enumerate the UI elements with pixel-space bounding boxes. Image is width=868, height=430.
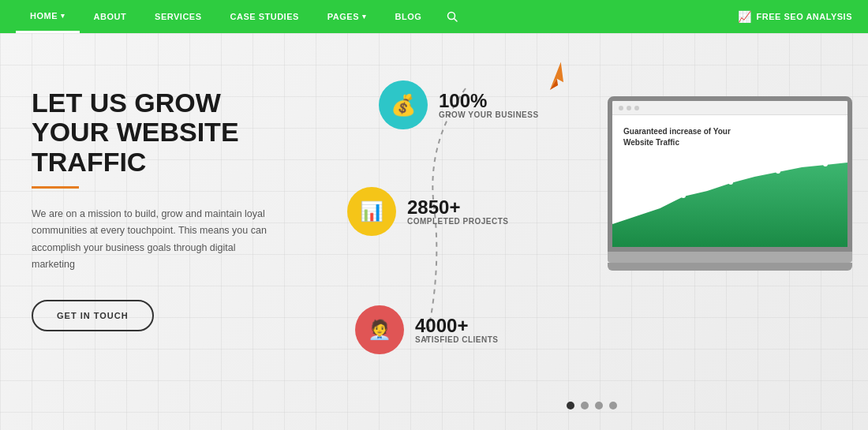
svg-line-1 [455,19,458,22]
navbar: HOME ▾ ABOUT SERVICES CASE STUDIES PAGES… [0,0,868,33]
nav-label-case-studies: CASE STUDIES [230,12,299,21]
search-icon [447,11,458,22]
chart-area [612,160,847,247]
person-icon: 🧑‍💼 [368,319,391,341]
hero-description: We are on a mission to build, grow and m… [32,206,268,273]
laptop-mockup: Guaranteed increase of YourWebsite Traff… [608,96,852,271]
dot-2[interactable] [581,402,589,409]
dot-3[interactable] [595,402,603,409]
nav-item-blog[interactable]: BLOG [381,0,436,33]
main-section: LET US GROW YOUR WEBSITE TRAFFIC We are … [0,33,868,430]
free-seo-cta[interactable]: 📈 FREE SEO ANALYSIS [738,10,852,23]
stat-label-3: SATISFIED CLIENTS [415,335,499,344]
nav-left: HOME ▾ ABOUT SERVICES CASE STUDIES PAGES… [16,0,469,33]
chart-icon: 📈 [738,10,752,23]
nav-item-pages[interactable]: PAGES ▾ [313,0,381,33]
laptop-base [608,252,852,263]
stat-number-1: 100% [439,92,539,110]
browser-bar [612,101,847,115]
nav-label-blog: BLOG [395,12,422,21]
svg-marker-3 [547,79,560,90]
paper-plane-icon [541,62,572,93]
browser-dot-1 [619,106,623,110]
carousel-dots [567,402,617,409]
nav-item-home[interactable]: HOME ▾ [16,0,80,33]
stat-label-1: Grow your business [439,110,539,119]
browser-dot-3 [634,106,639,110]
nav-label-home: HOME [30,11,58,21]
dot-4[interactable] [609,402,617,409]
search-button[interactable] [436,0,469,33]
stat-text-3: 4000+ SATISFIED CLIENTS [415,316,499,344]
nav-item-case-studies[interactable]: CASE STUDIES [216,0,313,33]
stat-number-2: 2850+ [407,198,508,217]
stat-text-1: 100% Grow your business [439,92,539,119]
stat-circle-3: 🧑‍💼 [355,305,404,354]
hero-right: 💰 100% Grow your business 📊 2850+ COMPLE… [316,33,868,430]
money-icon: 💰 [391,93,416,118]
stat-item-1: 💰 100% Grow your business [379,80,539,129]
chart-bar-icon: 📊 [360,200,383,222]
screen-label: Guaranteed increase of YourWebsite Traff… [623,126,731,148]
hero-underline [32,186,79,189]
stat-text-2: 2850+ COMPLETED PROJECTS [407,198,508,226]
svg-point-5 [681,193,686,198]
dot-1[interactable] [567,402,574,409]
stat-number-3: 4000+ [415,316,499,335]
nav-item-about[interactable]: ABOUT [80,0,141,33]
stat-circle-2: 📊 [347,187,396,236]
svg-marker-4 [612,162,847,247]
nav-item-services[interactable]: SERVICES [140,0,215,33]
laptop-body: Guaranteed increase of YourWebsite Traff… [608,96,852,252]
laptop-screen: Guaranteed increase of YourWebsite Traff… [612,101,847,247]
screen-content: Guaranteed increase of YourWebsite Traff… [612,115,847,247]
get-in-touch-button[interactable]: GET IN TOUCH [32,300,154,331]
svg-point-8 [823,162,828,166]
stat-label-2: COMPLETED PROJECTS [407,217,508,226]
svg-point-7 [776,169,780,174]
cta-label: FREE SEO ANALYSIS [757,12,852,21]
hero-title: LET US GROW YOUR WEBSITE TRAFFIC [32,88,284,177]
stat-circle-1: 💰 [379,80,428,129]
nav-label-services: SERVICES [155,12,201,21]
hero-left: LET US GROW YOUR WEBSITE TRAFFIC We are … [0,33,316,430]
nav-arrow-home: ▾ [61,12,65,20]
nav-label-about: ABOUT [94,12,127,21]
svg-point-6 [728,180,733,185]
nav-arrow-pages: ▾ [362,13,367,21]
browser-dot-2 [627,106,631,110]
stat-item-3: 🧑‍💼 4000+ SATISFIED CLIENTS [355,305,499,354]
nav-label-pages: PAGES [327,12,359,21]
stat-item-2: 📊 2850+ COMPLETED PROJECTS [347,187,508,236]
laptop-stand [608,263,852,271]
